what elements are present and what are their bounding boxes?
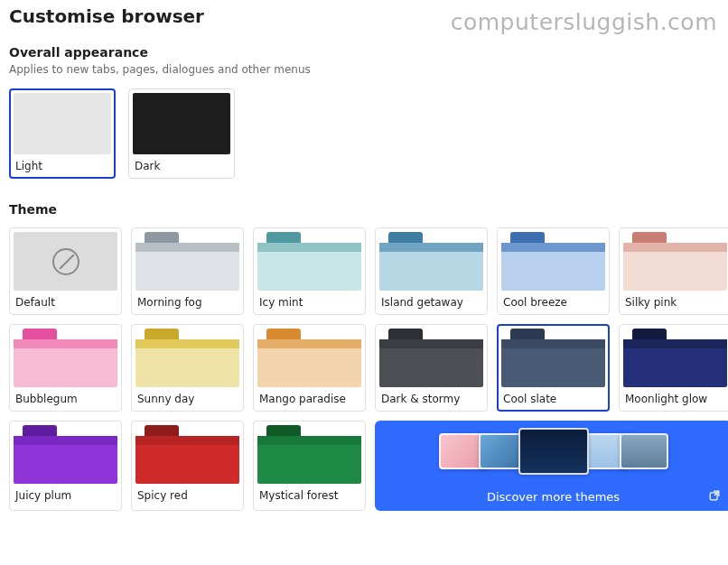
theme-toolbar xyxy=(14,436,117,445)
theme-label: Island getaway xyxy=(379,296,483,310)
appearance-option-light[interactable]: Light xyxy=(9,88,116,179)
theme-toolbar xyxy=(623,339,727,348)
theme-tab xyxy=(23,425,57,436)
theme-option-sunny-day[interactable]: Sunny day xyxy=(131,324,244,412)
theme-toolbar xyxy=(257,339,361,348)
theme-tab xyxy=(23,329,57,339)
theme-preview xyxy=(623,329,727,387)
theme-preview xyxy=(14,425,117,484)
theme-label: Dark & stormy xyxy=(379,393,483,407)
appearance-label: Light xyxy=(14,160,111,174)
theme-tab xyxy=(145,425,179,436)
theme-tab xyxy=(510,232,545,243)
theme-option-island-getaway[interactable]: Island getaway xyxy=(375,227,488,315)
theme-label: Sunny day xyxy=(135,393,239,407)
theme-label: Silky pink xyxy=(623,296,727,310)
theme-label: Icy mint xyxy=(257,296,361,310)
settings-page: Customise browser Overall appearance App… xyxy=(0,0,728,520)
theme-option-moonlight-glow[interactable]: Moonlight glow xyxy=(619,324,728,412)
theme-label: Cool slate xyxy=(501,393,605,407)
theme-option-morning-fog[interactable]: Morning fog xyxy=(131,227,244,315)
discover-more-themes[interactable]: Discover more themes xyxy=(375,421,728,511)
theme-toolbar xyxy=(257,243,361,252)
theme-option-spicy-red[interactable]: Spicy red xyxy=(131,421,244,511)
theme-body xyxy=(623,252,727,291)
theme-body xyxy=(135,252,239,291)
theme-option-bubblegum[interactable]: Bubblegum xyxy=(9,324,122,412)
theme-tab xyxy=(266,425,301,436)
theme-toolbar xyxy=(135,339,239,348)
theme-toolbar xyxy=(14,339,117,348)
theme-option-default[interactable]: Default xyxy=(9,227,122,315)
theme-toolbar xyxy=(257,436,361,445)
theme-tab xyxy=(510,329,545,339)
theme-title: Theme xyxy=(9,202,719,217)
theme-label: Moonlight glow xyxy=(623,393,727,407)
theme-toolbar xyxy=(501,243,605,252)
overall-title: Overall appearance xyxy=(9,45,719,60)
theme-preview xyxy=(623,232,727,291)
discover-label: Discover more themes xyxy=(487,490,620,504)
theme-body xyxy=(257,445,361,484)
overall-appearance-section: Overall appearance Applies to new tabs, … xyxy=(9,45,719,179)
overall-subtitle: Applies to new tabs, pages, dialogues an… xyxy=(9,63,719,76)
theme-tab xyxy=(388,232,423,243)
theme-label: Cool breeze xyxy=(501,296,605,310)
theme-grid: DefaultMorning fogIcy mintIsland getaway… xyxy=(9,227,719,511)
theme-option-mystical-forest[interactable]: Mystical forest xyxy=(253,421,366,511)
theme-preview xyxy=(379,329,483,387)
watermark-text: computersluggish.com xyxy=(451,9,717,35)
theme-option-juicy-plum[interactable]: Juicy plum xyxy=(9,421,122,511)
theme-option-icy-mint[interactable]: Icy mint xyxy=(253,227,366,315)
theme-preview xyxy=(135,329,239,387)
theme-tab xyxy=(632,329,667,339)
theme-option-dark-stormy[interactable]: Dark & stormy xyxy=(375,324,488,412)
theme-label: Spicy red xyxy=(135,489,239,504)
theme-tab xyxy=(632,232,667,243)
theme-body xyxy=(14,348,117,387)
theme-tab xyxy=(388,329,423,339)
theme-section: Theme DefaultMorning fogIcy mintIsland g… xyxy=(9,202,719,511)
theme-tab xyxy=(145,329,179,339)
theme-thumbnail xyxy=(620,433,668,469)
discover-thumbnails xyxy=(439,428,668,475)
theme-tab xyxy=(266,329,301,339)
theme-toolbar xyxy=(623,243,727,252)
theme-option-silky-pink[interactable]: Silky pink xyxy=(619,227,728,315)
appearance-options: LightDark xyxy=(9,88,719,179)
appearance-swatch xyxy=(133,93,230,154)
theme-body xyxy=(135,348,239,387)
theme-body xyxy=(501,252,605,291)
theme-body xyxy=(623,348,727,387)
theme-tab xyxy=(266,232,301,243)
theme-label: Morning fog xyxy=(135,296,239,310)
theme-body xyxy=(257,252,361,291)
theme-option-mango-paradise[interactable]: Mango paradise xyxy=(253,324,366,412)
theme-preview xyxy=(14,232,117,291)
theme-body xyxy=(379,252,483,291)
theme-label: Juicy plum xyxy=(14,489,117,504)
appearance-swatch xyxy=(14,93,111,154)
theme-thumbnail xyxy=(518,428,589,475)
theme-label: Mango paradise xyxy=(257,393,361,407)
theme-body xyxy=(135,445,239,484)
theme-body xyxy=(257,348,361,387)
open-external-icon xyxy=(708,489,721,502)
theme-preview xyxy=(257,425,361,484)
theme-body xyxy=(14,445,117,484)
theme-label: Mystical forest xyxy=(257,489,361,504)
appearance-label: Dark xyxy=(133,160,230,174)
theme-body xyxy=(379,348,483,387)
theme-option-cool-breeze[interactable]: Cool breeze xyxy=(497,227,610,315)
theme-label: Bubblegum xyxy=(14,393,117,407)
theme-toolbar xyxy=(135,243,239,252)
theme-preview xyxy=(257,329,361,387)
theme-preview xyxy=(501,329,605,387)
theme-toolbar xyxy=(379,339,483,348)
theme-preview xyxy=(379,232,483,291)
appearance-option-dark[interactable]: Dark xyxy=(128,88,235,179)
theme-preview xyxy=(135,425,239,484)
theme-body xyxy=(501,348,605,387)
theme-option-cool-slate[interactable]: Cool slate xyxy=(497,324,610,412)
theme-toolbar xyxy=(501,339,605,348)
